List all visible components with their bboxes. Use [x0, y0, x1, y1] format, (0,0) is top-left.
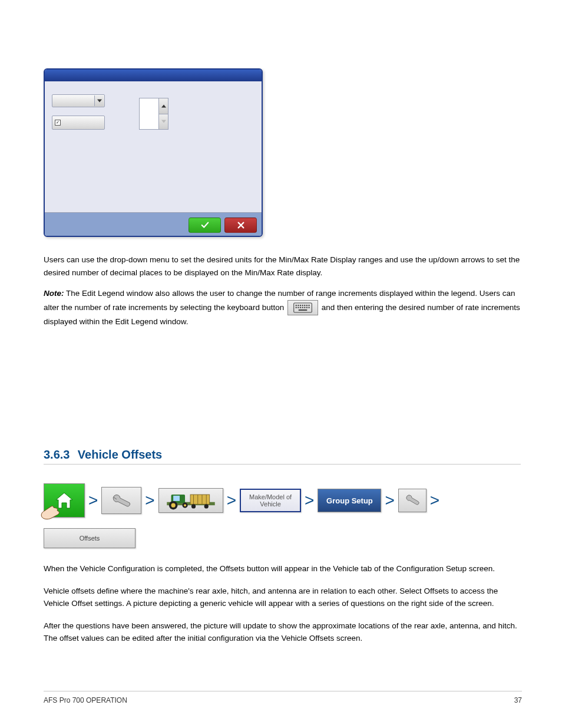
dialog-body: ✓ [45, 81, 262, 212]
paragraph-block-1: Users can use the drop-down menu to set … [44, 253, 521, 336]
wrench-icon [404, 495, 421, 506]
wrench-icon [110, 493, 133, 508]
breadcrumb-separator: > [88, 492, 98, 509]
keyboard-icon [287, 300, 318, 315]
svg-rect-8 [304, 305, 305, 306]
breadcrumb-separator: > [227, 492, 236, 509]
body-text: Vehicle offsets define where the machine… [44, 585, 521, 610]
svg-rect-5 [297, 305, 299, 306]
legend-checkbox[interactable]: ✓ [52, 116, 105, 130]
svg-rect-13 [300, 307, 301, 308]
breadcrumb-separator: > [305, 492, 314, 509]
footer-page-number: 37 [514, 696, 522, 704]
checkbox-icon: ✓ [55, 120, 61, 126]
svg-marker-0 [97, 100, 102, 103]
spinner-value[interactable] [140, 98, 158, 129]
toolbox-button[interactable] [101, 487, 141, 514]
svg-rect-4 [296, 305, 297, 306]
svg-point-24 [171, 503, 175, 508]
svg-rect-12 [297, 307, 299, 308]
pointing-hand-icon [38, 500, 62, 521]
vehicle-label-line2: Vehicle [260, 500, 280, 508]
edit-legend-dialog: ✓ [44, 68, 263, 237]
svg-rect-15 [304, 307, 305, 308]
chevron-down-icon [94, 95, 104, 106]
svg-marker-2 [161, 120, 166, 123]
svg-rect-9 [306, 305, 308, 306]
spinner-up-button[interactable] [159, 98, 168, 114]
section-number: 3.6.3 [44, 448, 70, 461]
svg-rect-17 [308, 307, 309, 308]
section-title: Vehicle Offsets [78, 448, 162, 461]
vehicle-model-tile[interactable]: Make/Model of Vehicle [240, 489, 301, 512]
settings-tile[interactable] [398, 489, 427, 512]
home-button[interactable] [44, 483, 85, 518]
spinner-down-button[interactable] [159, 114, 168, 130]
decimals-spinner [139, 98, 168, 130]
svg-rect-7 [302, 305, 303, 306]
svg-rect-16 [306, 307, 308, 308]
body-text: After the questions have been answered, … [44, 620, 521, 645]
svg-rect-27 [190, 495, 210, 504]
nav-breadcrumb: > > > Make/Model of Vehicle [44, 483, 521, 548]
breadcrumb-separator: > [145, 492, 154, 509]
vehicle-label-line1: Make/Model of [249, 493, 292, 500]
paragraph-block-2: When the Vehicle Configuration is comple… [44, 562, 521, 654]
svg-rect-18 [299, 309, 308, 311]
section-header: 3.6.3 Vehicle Offsets [44, 448, 521, 465]
svg-rect-14 [302, 307, 303, 308]
group-setup-tile[interactable]: Group Setup [318, 489, 381, 512]
ok-button[interactable] [189, 218, 221, 233]
note-text: Note: The Edit Legend window also allows… [44, 287, 521, 328]
svg-rect-22 [173, 496, 180, 501]
units-dropdown[interactable] [52, 94, 105, 107]
svg-rect-6 [300, 305, 301, 306]
dialog-footer [45, 212, 262, 237]
svg-rect-11 [296, 307, 297, 308]
offsets-label: Offsets [80, 535, 100, 542]
footer-doc-title: AFS Pro 700 OPERATION [44, 696, 127, 704]
body-text: Users can use the drop-down menu to set … [44, 253, 521, 279]
vehicle-tile[interactable] [158, 488, 223, 513]
svg-point-32 [191, 504, 196, 508]
section-rule [44, 464, 521, 465]
svg-rect-10 [308, 305, 309, 306]
dialog-titlebar [45, 70, 262, 81]
offsets-tile[interactable]: Offsets [44, 528, 135, 548]
svg-marker-1 [161, 104, 166, 107]
svg-point-33 [204, 504, 208, 508]
note-label: Note: [44, 289, 64, 298]
group-setup-label: Group Setup [326, 496, 373, 505]
breadcrumb-separator: > [430, 492, 439, 509]
page-footer: AFS Pro 700 OPERATION 37 [44, 691, 522, 704]
cancel-button[interactable] [224, 218, 257, 233]
tractor-icon [160, 489, 222, 512]
body-text: When the Vehicle Configuration is comple… [44, 562, 521, 575]
svg-point-26 [184, 504, 186, 506]
breadcrumb-separator: > [385, 492, 394, 509]
